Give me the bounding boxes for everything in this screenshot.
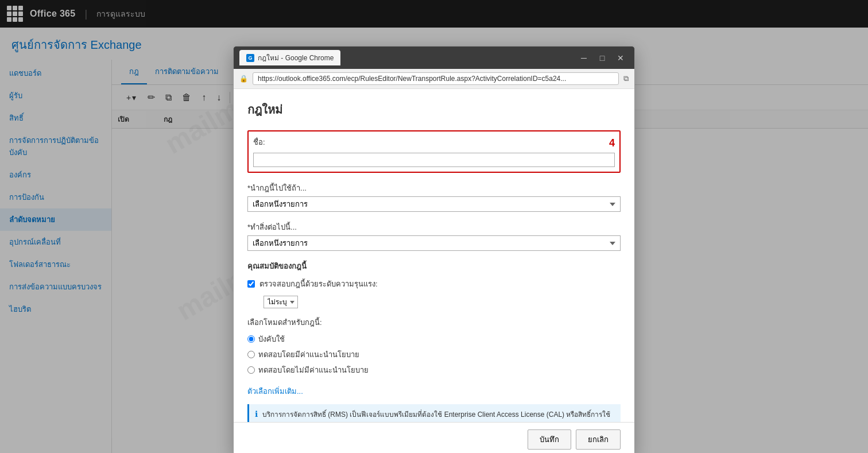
rule-name-input[interactable] bbox=[253, 153, 615, 167]
lock-icon: 🔒 bbox=[239, 75, 248, 83]
severity-checkbox[interactable] bbox=[247, 280, 255, 288]
dialog-title: กฎใหม่ bbox=[247, 100, 621, 119]
info-icon: ℹ bbox=[255, 409, 258, 419]
address-input[interactable] bbox=[253, 72, 619, 85]
minimize-button[interactable]: ─ bbox=[576, 52, 592, 64]
maximize-button[interactable]: □ bbox=[594, 52, 610, 64]
mode-test-without-row: ทดสอบโดยไม่มีค่าแนะนำนโยบาย bbox=[247, 364, 621, 376]
save-button[interactable]: บันทึก bbox=[528, 429, 571, 450]
severity-select[interactable]: ไม่ระบุ ต่ำ กลาง สูง bbox=[264, 296, 298, 308]
apply-rule-field: *นำกฎนี้ไปใช้ถ้า... เลือกหนึ่งรายการ bbox=[247, 182, 621, 212]
name-number: 4 bbox=[609, 137, 615, 149]
mode-test-without-radio[interactable] bbox=[247, 366, 255, 374]
apply-rule-select[interactable]: เลือกหนึ่งรายการ bbox=[247, 196, 621, 212]
browser-win-controls: ─ □ ✕ bbox=[576, 52, 629, 64]
browser-addressbar: 🔒 ⧉ bbox=[234, 69, 634, 89]
info-banner: ℹ บริการการจัดการสิทธิ์ (RMS) เป็นฟีเจอร… bbox=[247, 404, 621, 422]
refresh-page-icon[interactable]: ⧉ bbox=[623, 74, 629, 83]
severity-label: ตรวจสอบกฎนี้ด้วยระดับความรุนแรง: bbox=[259, 278, 378, 290]
dialog-footer: บันทึก ยกเลิก bbox=[234, 422, 634, 453]
severity-checkbox-row: ตรวจสอบกฎนี้ด้วยระดับความรุนแรง: bbox=[247, 278, 621, 290]
mode-test-with-label: ทดสอบโดยมีค่าแนะนำนโยบาย bbox=[258, 349, 359, 361]
name-field-box: ชื่อ: 4 bbox=[247, 130, 621, 173]
apply-rule-label: *นำกฎนี้ไปใช้ถ้า... bbox=[247, 182, 621, 194]
browser-tab: G กฎใหม่ - Google Chrome bbox=[239, 50, 340, 65]
cancel-button[interactable]: ยกเลิก bbox=[576, 429, 621, 450]
close-button[interactable]: ✕ bbox=[613, 52, 629, 64]
mode-enforce-row: บังคับใช้ bbox=[247, 333, 621, 345]
severity-select-container: ไม่ระบุ ต่ำ กลาง สูง bbox=[261, 296, 621, 308]
more-options-link[interactable]: ตัวเลือกเพิ่มเติม... bbox=[247, 385, 621, 397]
browser-tab-icon: G bbox=[246, 54, 254, 62]
do-following-field: *ทำสิ่งต่อไปนี้... เลือกหนึ่งรายการ bbox=[247, 221, 621, 251]
modal-overlay: G กฎใหม่ - Google Chrome ─ □ ✕ 🔒 ⧉ กฎใหม… bbox=[0, 0, 868, 453]
info-text: บริการการจัดการสิทธิ์ (RMS) เป็นฟีเจอร์แ… bbox=[262, 409, 615, 422]
mode-label: เลือกโหมดสำหรับกฎนี้: bbox=[247, 316, 621, 328]
mode-section: เลือกโหมดสำหรับกฎนี้: บังคับใช้ ทดสอบโดย… bbox=[247, 316, 621, 376]
do-following-select[interactable]: เลือกหนึ่งรายการ bbox=[247, 235, 621, 251]
mode-test-with-row: ทดสอบโดยมีค่าแนะนำนโยบาย bbox=[247, 349, 621, 361]
dialog-content: กฎใหม่ ชื่อ: 4 *นำกฎนี้ไปใช้ถ้า... เลือก… bbox=[234, 89, 634, 422]
do-following-label: *ทำสิ่งต่อไปนี้... bbox=[247, 221, 621, 233]
mode-enforce-radio[interactable] bbox=[247, 335, 255, 343]
name-field-header: ชื่อ: 4 bbox=[253, 136, 615, 150]
mode-test-without-label: ทดสอบโดยไม่มีค่าแนะนำนโยบาย bbox=[258, 364, 369, 376]
properties-label: คุณสมบัติของกฎนี้ bbox=[247, 260, 621, 272]
browser-tab-label: กฎใหม่ - Google Chrome bbox=[258, 52, 334, 63]
mode-test-with-radio[interactable] bbox=[247, 351, 255, 358]
browser-window: G กฎใหม่ - Google Chrome ─ □ ✕ 🔒 ⧉ กฎใหม… bbox=[233, 46, 635, 453]
browser-titlebar: G กฎใหม่ - Google Chrome ─ □ ✕ bbox=[234, 47, 634, 69]
name-field-label: ชื่อ: bbox=[253, 136, 265, 148]
mode-enforce-label: บังคับใช้ bbox=[258, 333, 285, 345]
